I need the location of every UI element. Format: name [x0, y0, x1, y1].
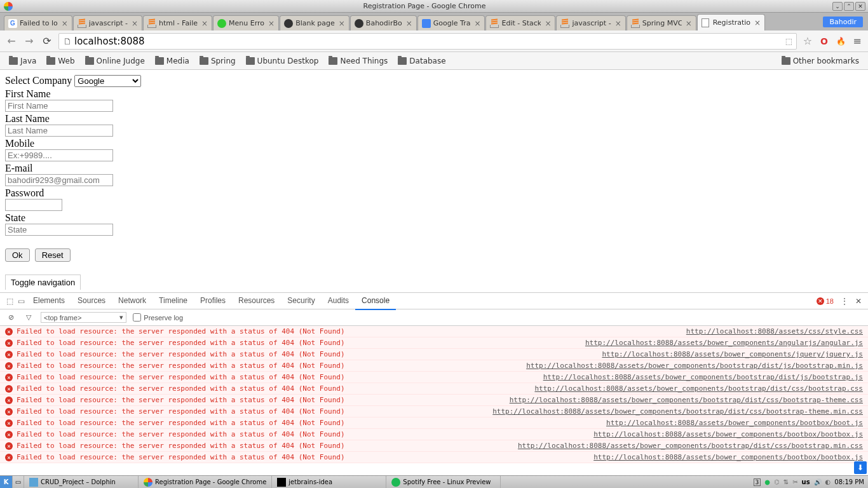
star-icon[interactable]: ☆: [802, 36, 813, 47]
tab-close-icon[interactable]: ×: [62, 19, 68, 28]
taskbar-app[interactable]: CRUD_Project – Dolphin: [24, 476, 139, 488]
error-source-link[interactable]: http://localhost:8088/assets/bower_compo…: [593, 430, 863, 438]
browser-tab[interactable]: Registratio×: [697, 14, 765, 30]
browser-tab[interactable]: javascript -×: [556, 15, 625, 30]
devtools-tab-sources[interactable]: Sources: [71, 292, 112, 310]
error-source-link[interactable]: http://localhost:8088/assets/bower_compo…: [606, 419, 863, 427]
error-source-link[interactable]: http://localhost:8088/assets/bower_compo…: [534, 384, 863, 393]
error-source-link[interactable]: http://localhost:8088/assets/bower_compo…: [585, 339, 863, 347]
bookmark-folder[interactable]: Database: [394, 55, 449, 67]
clock[interactable]: 08:19 PM: [834, 478, 864, 485]
tab-close-icon[interactable]: ×: [754, 18, 761, 27]
back-button[interactable]: ←: [5, 35, 18, 48]
toggle-navigation-button[interactable]: Toggle navigation: [5, 274, 81, 290]
devtools-tab-resources[interactable]: Resources: [232, 292, 281, 310]
reload-button[interactable]: ⟳: [41, 35, 53, 48]
tab-close-icon[interactable]: ×: [339, 19, 345, 28]
error-source-link[interactable]: http://localhost:8088/assets/bower_compo…: [593, 453, 863, 461]
browser-tab[interactable]: BahodirBo×: [350, 15, 417, 30]
first-name-input[interactable]: [5, 100, 113, 112]
browser-tab[interactable]: GFailed to lo×: [4, 15, 72, 30]
error-source-link[interactable]: http://localhost:8088/assets/bower_compo…: [526, 362, 863, 370]
network-icon[interactable]: ⇅: [783, 478, 789, 485]
email-input[interactable]: [5, 174, 113, 186]
bluetooth-icon[interactable]: ⌬: [774, 478, 780, 485]
reset-button[interactable]: Reset: [35, 248, 71, 262]
error-source-link[interactable]: http://localhost:8088/assets/bower_compo…: [510, 396, 863, 404]
scroll-down-button[interactable]: ⬇: [854, 461, 867, 474]
browser-tab[interactable]: Menu Erro×: [213, 15, 279, 30]
state-input[interactable]: [5, 224, 113, 236]
close-window-button[interactable]: ✕: [855, 2, 865, 11]
devtools-tab-timeline[interactable]: Timeline: [153, 292, 194, 310]
show-desktop-button[interactable]: ▭: [13, 476, 24, 488]
inspect-icon[interactable]: ⬚: [4, 295, 15, 307]
clipboard-icon[interactable]: ✂: [792, 478, 797, 485]
browser-tab[interactable]: html - Faile×: [143, 15, 212, 30]
bookmark-folder[interactable]: Spring: [196, 55, 240, 67]
devtools-tab-audits[interactable]: Audits: [322, 292, 355, 310]
tab-close-icon[interactable]: ×: [268, 19, 275, 28]
taskbar-app[interactable]: Spotify Free - Linux Preview: [386, 476, 501, 488]
devtools-close-icon[interactable]: ✕: [853, 295, 864, 307]
taskbar-app[interactable]: Registration Page - Google Chrome: [139, 476, 272, 488]
devtools-menu-icon[interactable]: ⋮: [839, 295, 850, 307]
tab-close-icon[interactable]: ×: [686, 19, 692, 28]
browser-tab[interactable]: Spring MVC×: [627, 15, 696, 30]
keyboard-layout[interactable]: us: [802, 478, 810, 485]
frame-selector[interactable]: <top frame>▾: [41, 312, 126, 323]
bookmark-folder[interactable]: Online Judge: [81, 55, 149, 67]
tab-close-icon[interactable]: ×: [201, 19, 208, 28]
tab-close-icon[interactable]: ×: [132, 19, 138, 28]
browser-tab[interactable]: Google Tra×: [417, 15, 485, 30]
ok-button[interactable]: Ok: [5, 248, 30, 262]
tab-close-icon[interactable]: ×: [545, 19, 551, 28]
bookmark-folder[interactable]: Need Things: [325, 55, 391, 67]
error-source-link[interactable]: http://localhost:8088/assets/bower_compo…: [518, 442, 863, 450]
password-input[interactable]: [5, 199, 62, 211]
browser-tab[interactable]: Blank page×: [280, 15, 349, 30]
tab-close-icon[interactable]: ×: [406, 19, 412, 28]
taskbar-app[interactable]: jetbrains-idea: [272, 476, 386, 488]
devtools-tab-console[interactable]: Console: [355, 292, 396, 310]
devtools-tab-security[interactable]: Security: [281, 292, 321, 310]
devtools-tab-elements[interactable]: Elements: [27, 292, 71, 310]
forward-button[interactable]: →: [23, 35, 36, 48]
company-select[interactable]: Google: [74, 75, 141, 87]
error-source-link[interactable]: http://localhost:8088/assets/css/style.c…: [686, 327, 863, 336]
browser-tab[interactable]: Edit - Stack×: [485, 15, 555, 30]
menu-icon[interactable]: ≡: [851, 36, 863, 47]
error-source-link[interactable]: http://localhost:8088/assets/bower_compo…: [602, 350, 863, 358]
start-button[interactable]: K: [0, 476, 13, 488]
spotify-tray-icon[interactable]: ●: [764, 478, 770, 485]
url-input-wrap[interactable]: 🗋 localhost:8088 ⬚: [58, 33, 797, 50]
notifications-icon[interactable]: ◐: [825, 478, 831, 485]
last-name-input[interactable]: [5, 125, 113, 137]
url-input[interactable]: localhost:8088: [74, 36, 783, 47]
preserve-log-checkbox[interactable]: Preserve log: [133, 313, 183, 322]
other-bookmarks[interactable]: Other bookmarks: [778, 55, 863, 67]
error-source-link[interactable]: http://localhost:8088/assets/bower_compo…: [543, 373, 863, 381]
user-badge[interactable]: Bahodir: [823, 17, 863, 27]
filter-icon[interactable]: ▽: [23, 312, 34, 323]
opera-icon[interactable]: O: [818, 36, 830, 47]
devtools-tab-network[interactable]: Network: [112, 292, 153, 310]
browser-tab[interactable]: javascript -×: [73, 15, 142, 30]
bookmark-folder[interactable]: Java: [5, 55, 40, 67]
device-mode-icon[interactable]: ▭: [15, 295, 27, 307]
bookmark-folder[interactable]: Web: [43, 55, 78, 67]
error-count-badge[interactable]: ✕ 18: [817, 297, 834, 305]
error-source-link[interactable]: http://localhost:8088/assets/bower_compo…: [492, 407, 863, 416]
tab-close-icon[interactable]: ×: [474, 19, 480, 28]
maximize-button[interactable]: ⌃: [844, 2, 854, 11]
minimize-button[interactable]: ⌄: [832, 2, 843, 11]
mobile-input[interactable]: [5, 149, 113, 161]
volume-icon[interactable]: 🔊: [814, 478, 822, 485]
bookmark-page-icon[interactable]: ⬚: [785, 37, 792, 46]
tab-close-icon[interactable]: ×: [615, 19, 621, 28]
bookmark-folder[interactable]: Media: [151, 55, 193, 67]
bookmark-folder[interactable]: Ubuntu Destkop: [242, 55, 323, 67]
fire-icon[interactable]: 🔥: [835, 36, 846, 47]
battery-icon[interactable]: 3: [754, 478, 761, 486]
clear-console-icon[interactable]: ⊘: [5, 312, 17, 323]
